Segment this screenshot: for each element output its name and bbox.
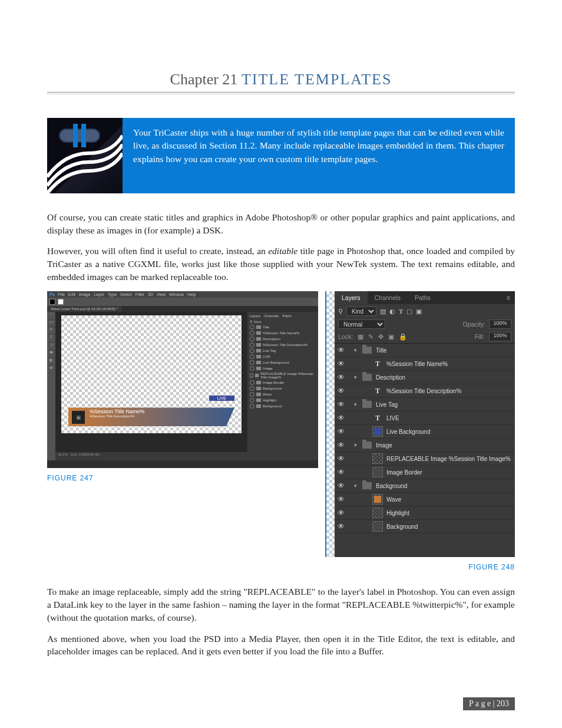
layer-row[interactable]: 👁REPLACEABLE Image %Session Title Image% <box>335 452 515 466</box>
layer-row[interactable]: 👁▾Title <box>335 344 515 357</box>
figure-247-caption: FIGURE 247 <box>47 474 318 482</box>
ps-menu-item: Image <box>79 292 90 297</box>
ps-mini-layer-row: REPLACEABLE Image %Session Title Image% <box>249 371 317 380</box>
disclosure-arrow-icon[interactable]: ▾ <box>352 374 358 380</box>
text-layer-icon: T <box>372 360 383 368</box>
opacity-input[interactable]: 100% <box>489 319 511 329</box>
ps-menu-item: Layer <box>94 292 104 297</box>
ps-zoom: 42.2% <box>58 453 68 456</box>
lower-third-preview: LIVE ▣ %Session Title Name% %Session Tit… <box>68 401 234 426</box>
blend-mode-select[interactable]: Normal <box>338 319 385 329</box>
filter-smart-icon[interactable]: ▣ <box>416 308 422 315</box>
ps-mini-layer-row: LIVE <box>249 354 317 360</box>
layer-label: REPLACEABLE Image %Session Title Image% <box>386 456 511 462</box>
visibility-eye-icon[interactable]: 👁 <box>337 495 345 503</box>
layer-row[interactable]: 👁▾Background <box>335 479 515 493</box>
layer-row[interactable]: 👁▾Image <box>335 439 515 452</box>
camera-icon: ▣ <box>72 411 85 424</box>
visibility-eye-icon[interactable]: 👁 <box>337 346 345 354</box>
layer-row[interactable]: 👁Highlight <box>335 506 515 520</box>
ps-options-bar <box>47 298 318 306</box>
layer-label: LIVE <box>386 415 399 421</box>
opacity-label: Opacity: <box>462 321 485 328</box>
ps-menu-item: Window <box>169 292 184 297</box>
folder-icon <box>362 400 372 409</box>
layer-row[interactable]: 👁Wave <box>335 493 515 506</box>
disclosure-arrow-icon[interactable]: ▾ <box>352 401 358 407</box>
visibility-eye-icon[interactable]: 👁 <box>337 454 345 463</box>
figure-248-caption: FIGURE 248 <box>325 563 515 571</box>
lock-all-icon[interactable]: 🔒 <box>399 333 407 341</box>
visibility-eye-icon[interactable]: 👁 <box>337 509 345 517</box>
layer-list: 👁▾Title👁T%Session Title Name%👁▾Descripti… <box>335 344 515 533</box>
lt-description: %Session Title Description% <box>90 414 234 418</box>
paragraph-3: To make an image replaceable, simply add… <box>47 585 515 624</box>
visibility-eye-icon[interactable]: 👁 <box>337 400 345 409</box>
lt-title: %Session Title Name% <box>90 409 234 414</box>
layer-thumbnail <box>372 427 383 436</box>
fill-input[interactable]: 100% <box>489 332 511 341</box>
visibility-eye-icon[interactable]: 👁 <box>337 427 345 436</box>
tab-paths[interactable]: Paths <box>408 291 438 304</box>
ps-mini-layer-row: %Session Title Name% <box>249 330 317 336</box>
tab-layers[interactable]: Layers <box>335 291 368 304</box>
search-icon: ⚲ <box>338 308 343 315</box>
paragraph-2: However, you will often find it useful t… <box>47 245 515 283</box>
disclosure-arrow-icon[interactable]: ▾ <box>352 483 358 489</box>
ps-menu-item: Ps <box>49 292 55 297</box>
filter-shape-icon[interactable]: ▢ <box>406 308 412 315</box>
tab-channels[interactable]: Channels <box>368 291 408 304</box>
layer-label: Image <box>376 442 392 449</box>
lock-move-icon[interactable]: ✥ <box>378 333 384 341</box>
disclosure-arrow-icon[interactable]: ▾ <box>352 442 358 448</box>
ps-side-tabs: Layers Channels Paths <box>249 313 317 319</box>
layer-thumbnail <box>372 509 383 517</box>
blend-row: Normal Opacity: 100% <box>335 318 515 330</box>
fill-label: Fill: <box>475 333 484 340</box>
lock-artboard-icon[interactable]: ▣ <box>388 333 394 341</box>
visibility-eye-icon[interactable]: 👁 <box>337 441 345 449</box>
layer-row[interactable]: 👁Image Border <box>335 466 515 479</box>
folder-icon <box>362 373 372 381</box>
figures-row: PsFileEditImageLayerTypeSelectFilter3DVi… <box>47 291 515 571</box>
chapter-heading: Chapter 21 TITLE TEMPLATES <box>47 71 515 88</box>
layer-row[interactable]: 👁TLIVE <box>335 411 515 425</box>
kind-select[interactable]: Kind <box>346 307 376 316</box>
layer-row[interactable]: 👁▾Description <box>335 371 515 384</box>
lock-trans-icon[interactable]: ▦ <box>358 333 363 341</box>
filter-pixel-icon[interactable]: ▧ <box>380 308 386 315</box>
chapter-prefix: Chapter 21 <box>170 71 238 88</box>
filter-text-icon[interactable]: T <box>399 308 403 315</box>
ps-mini-layer-row: Background <box>249 386 317 391</box>
lock-row: Lock: ▦ ✎ ✥ ▣ 🔒 Fill: 100% <box>335 330 515 344</box>
ps-menu-item: View <box>157 292 166 297</box>
visibility-eye-icon[interactable]: 👁 <box>337 387 345 395</box>
visibility-eye-icon[interactable]: 👁 <box>337 468 345 476</box>
ps-side-tab: Paths <box>282 314 291 318</box>
panel-menu-icon[interactable]: ≡ <box>502 294 515 301</box>
visibility-eye-icon[interactable]: 👁 <box>337 373 345 381</box>
layer-row[interactable]: 👁Live Background <box>335 425 515 439</box>
live-tag: LIVE <box>209 396 234 401</box>
ps-side-panel: Layers Channels Paths ⚲Kind Title%Sessio… <box>247 312 318 460</box>
layer-thumbnail <box>372 468 383 476</box>
intro-row: Your TriCaster ships with a huge number … <box>47 118 515 193</box>
visibility-eye-icon[interactable]: 👁 <box>337 482 345 490</box>
filter-adjust-icon[interactable]: ◐ <box>389 308 395 315</box>
layer-row[interactable]: 👁T%Session Title Description% <box>335 384 515 398</box>
chapter-title-text: TITLE TEMPLATES <box>242 71 392 88</box>
visibility-eye-icon[interactable]: 👁 <box>337 414 345 422</box>
visibility-eye-icon[interactable]: 👁 <box>337 360 345 368</box>
layer-row[interactable]: 👁Background <box>335 520 515 533</box>
visibility-eye-icon[interactable]: 👁 <box>337 522 345 531</box>
layer-row[interactable]: 👁▾Live Tag <box>335 398 515 411</box>
ps-menu-item: 3D <box>148 292 153 297</box>
svg-rect-3 <box>81 124 86 147</box>
para2-a: However, you will often find it useful t… <box>47 246 268 256</box>
lock-paint-icon[interactable]: ✎ <box>368 333 373 341</box>
disclosure-arrow-icon[interactable]: ▾ <box>352 347 358 353</box>
ps-mini-layer-row: Title <box>249 324 317 330</box>
layer-row[interactable]: 👁T%Session Title Name% <box>335 357 515 371</box>
intro-callout: Your TriCaster ships with a huge number … <box>123 118 515 193</box>
title-rule <box>47 92 515 94</box>
